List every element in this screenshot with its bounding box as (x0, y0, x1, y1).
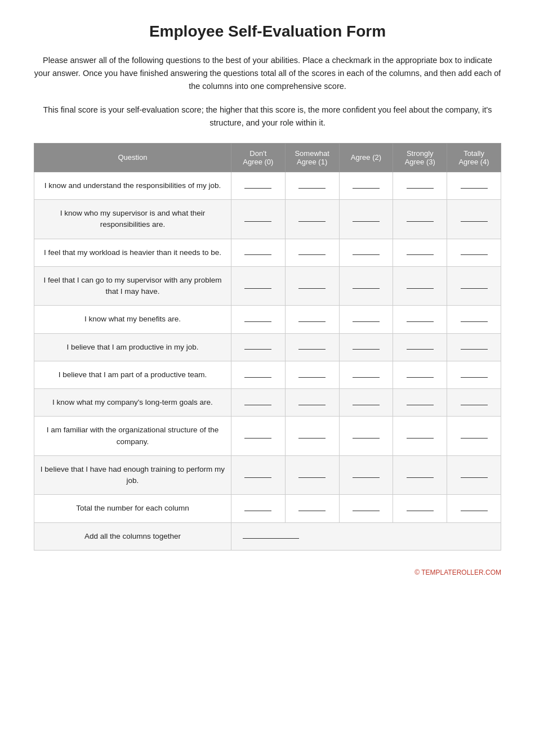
table-row: I believe that I am productive in my job… (34, 333, 501, 361)
table-row: I know who my supervisor is and what the… (34, 200, 501, 239)
score-cell-4 (447, 417, 501, 456)
score-cell-4 (447, 361, 501, 388)
evaluation-table: Question Don'tAgree (0) SomewhatAgree (1… (34, 143, 501, 551)
second-paragraph: This final score is your self-evaluation… (34, 104, 501, 129)
score-cell-3 (393, 239, 447, 266)
score-cell-0 (231, 172, 285, 199)
score-cell-3 (393, 361, 447, 388)
score-cell-0 (231, 361, 285, 388)
score-cell-2 (339, 239, 393, 266)
question-cell: Add all the columns together (34, 522, 231, 550)
score-cell-4 (447, 266, 501, 306)
score-cell-0 (231, 333, 285, 361)
header-col0: Don'tAgree (0) (231, 143, 285, 172)
header-question: Question (34, 143, 231, 172)
page-title: Employee Self-Evaluation Form (34, 23, 501, 41)
score-cell-1 (285, 455, 339, 495)
table-row: I know what my benefits are. (34, 306, 501, 333)
question-cell: I know what my benefits are. (34, 306, 231, 333)
score-cell-3 (393, 333, 447, 361)
header-col1: SomewhatAgree (1) (285, 143, 339, 172)
score-cell-3 (393, 306, 447, 333)
score-cell-0 (231, 389, 285, 417)
score-cell-4 (447, 200, 501, 239)
score-cell-2 (339, 200, 393, 239)
score-cell-2 (339, 389, 393, 417)
table-row: I believe that I have had enough trainin… (34, 455, 501, 495)
score-cell-4 (447, 333, 501, 361)
score-cell-1 (285, 495, 339, 522)
table-row: I know and understand the responsibiliti… (34, 172, 501, 199)
score-cell-3 (393, 172, 447, 199)
score-cell-0 (231, 200, 285, 239)
score-cell-1 (285, 266, 339, 306)
score-cell-0 (231, 239, 285, 266)
score-cell-1 (285, 361, 339, 388)
score-cell-1 (285, 239, 339, 266)
question-cell: I know who my supervisor is and what the… (34, 200, 231, 239)
table-row: Total the number for each column (34, 495, 501, 522)
score-cell-2 (339, 172, 393, 199)
table-row: I feel that my workload is heavier than … (34, 239, 501, 266)
score-cell-0 (231, 266, 285, 306)
table-row: Add all the columns together (34, 522, 501, 550)
score-cell-2 (339, 417, 393, 456)
score-cell-3 (393, 266, 447, 306)
score-cell-3 (393, 200, 447, 239)
score-cell-2 (339, 333, 393, 361)
score-cell-1 (285, 389, 339, 417)
score-cell-2 (339, 266, 393, 306)
score-cell-3 (393, 495, 447, 522)
score-cell-2 (339, 495, 393, 522)
score-cell-2 (339, 306, 393, 333)
add-columns-cell (231, 522, 501, 550)
score-cell-2 (339, 455, 393, 495)
score-cell-1 (285, 417, 339, 456)
score-cell-0 (231, 455, 285, 495)
score-cell-2 (339, 361, 393, 388)
score-cell-0 (231, 495, 285, 522)
score-cell-4 (447, 306, 501, 333)
score-cell-4 (447, 239, 501, 266)
score-cell-1 (285, 306, 339, 333)
question-cell: I believe that I am productive in my job… (34, 333, 231, 361)
question-cell: I believe that I am part of a productive… (34, 361, 231, 388)
table-row: I am familiar with the organizational st… (34, 417, 501, 456)
score-cell-4 (447, 455, 501, 495)
score-cell-1 (285, 172, 339, 199)
question-cell: I know and understand the responsibiliti… (34, 172, 231, 199)
table-row: I believe that I am part of a productive… (34, 361, 501, 388)
table-row: I know what my company's long-term goals… (34, 389, 501, 417)
table-header-row: Question Don'tAgree (0) SomewhatAgree (1… (34, 143, 501, 172)
score-cell-1 (285, 200, 339, 239)
question-cell: I am familiar with the organizational st… (34, 417, 231, 456)
score-cell-1 (285, 333, 339, 361)
question-cell: I know what my company's long-term goals… (34, 389, 231, 417)
footer: © TEMPLATEROLLER.COM (34, 569, 501, 576)
score-cell-4 (447, 389, 501, 417)
question-cell: I believe that I have had enough trainin… (34, 455, 231, 495)
score-cell-0 (231, 417, 285, 456)
question-cell: Total the number for each column (34, 495, 231, 522)
question-cell: I feel that I can go to my supervisor wi… (34, 266, 231, 306)
score-cell-3 (393, 455, 447, 495)
header-col3: StronglyAgree (3) (393, 143, 447, 172)
table-row: I feel that I can go to my supervisor wi… (34, 266, 501, 306)
score-cell-0 (231, 306, 285, 333)
score-cell-4 (447, 495, 501, 522)
score-cell-3 (393, 389, 447, 417)
intro-paragraph: Please answer all of the following quest… (34, 54, 501, 93)
header-col4: TotallyAgree (4) (447, 143, 501, 172)
score-cell-3 (393, 417, 447, 456)
score-cell-4 (447, 172, 501, 199)
question-cell: I feel that my workload is heavier than … (34, 239, 231, 266)
header-col2: Agree (2) (339, 143, 393, 172)
